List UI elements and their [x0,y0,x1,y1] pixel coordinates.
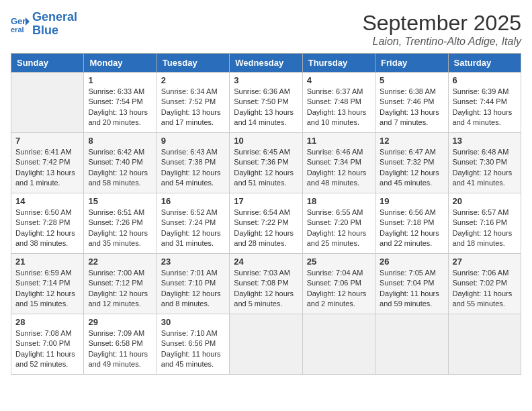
daylight-text: Daylight: 13 hours and 14 minutes. [234,108,294,126]
day-number: 17 [234,196,298,206]
sunset-text: Sunset: 7:24 PM [161,218,216,226]
calendar-table: SundayMondayTuesdayWednesdayThursdayFrid… [11,53,521,375]
day-info: Sunrise: 6:36 AMSunset: 7:50 PMDaylight:… [234,87,298,128]
sunrise-text: Sunrise: 6:56 AM [380,208,436,216]
header-wednesday: Wednesday [230,54,302,73]
sunset-text: Sunset: 7:42 PM [15,158,70,166]
sunset-text: Sunset: 7:36 PM [234,158,288,166]
sunset-text: Sunset: 7:22 PM [234,218,288,226]
daylight-text: Daylight: 12 hours and 58 minutes. [88,169,148,187]
sunset-text: Sunset: 7:52 PM [161,97,216,105]
calendar-cell: 16Sunrise: 6:52 AMSunset: 7:24 PMDayligh… [157,193,229,254]
day-number: 7 [15,136,79,146]
daylight-text: Daylight: 12 hours and 54 minutes. [161,169,221,187]
logo: Gen eral General Blue [11,11,77,38]
day-info: Sunrise: 7:05 AMSunset: 7:04 PMDaylight:… [380,268,443,310]
sunset-text: Sunset: 7:48 PM [307,97,361,105]
day-number: 14 [15,196,79,206]
daylight-text: Daylight: 12 hours and 22 minutes. [380,229,439,247]
day-number: 8 [88,136,152,146]
day-info: Sunrise: 6:57 AMSunset: 7:16 PMDaylight:… [453,208,517,249]
day-info: Sunrise: 6:42 AMSunset: 7:40 PMDaylight:… [88,147,152,189]
calendar-cell: 22Sunrise: 7:00 AMSunset: 7:12 PMDayligh… [84,254,157,314]
day-number: 27 [453,257,517,267]
sunrise-text: Sunrise: 6:37 AM [307,87,363,95]
daylight-text: Daylight: 11 hours and 49 minutes. [88,350,148,368]
day-info: Sunrise: 7:10 AMSunset: 6:56 PMDaylight:… [161,328,225,370]
calendar-cell: 1Sunrise: 6:33 AMSunset: 7:54 PMDaylight… [84,73,157,133]
daylight-text: Daylight: 13 hours and 7 minutes. [380,108,439,126]
daylight-text: Daylight: 13 hours and 20 minutes. [88,108,148,126]
sunset-text: Sunset: 7:10 PM [161,279,216,287]
sunset-text: Sunset: 7:18 PM [380,218,434,226]
sunrise-text: Sunrise: 7:08 AM [15,329,72,337]
logo-general: General [32,10,77,24]
day-number: 4 [307,75,371,85]
header-thursday: Thursday [302,54,375,73]
sunset-text: Sunset: 6:56 PM [161,339,216,347]
day-info: Sunrise: 6:45 AMSunset: 7:36 PMDaylight:… [234,147,298,189]
day-info: Sunrise: 6:46 AMSunset: 7:34 PMDaylight:… [307,147,371,189]
day-number: 11 [307,136,371,146]
logo-icon: Gen eral [11,15,30,34]
day-number: 16 [161,196,225,206]
day-info: Sunrise: 6:54 AMSunset: 7:22 PMDaylight:… [234,208,298,249]
calendar-week-1: 1Sunrise: 6:33 AMSunset: 7:54 PMDaylight… [11,73,521,133]
sunset-text: Sunset: 7:16 PM [453,218,507,226]
calendar-week-4: 21Sunrise: 6:59 AMSunset: 7:14 PMDayligh… [11,254,521,314]
daylight-text: Daylight: 13 hours and 4 minutes. [453,108,513,126]
sunrise-text: Sunrise: 7:01 AM [161,269,218,277]
day-info: Sunrise: 7:03 AMSunset: 7:08 PMDaylight:… [234,268,298,310]
sunrise-text: Sunrise: 7:05 AM [380,269,436,277]
calendar-cell: 25Sunrise: 7:04 AMSunset: 7:06 PMDayligh… [302,254,375,314]
day-number: 12 [380,136,443,146]
day-number: 10 [234,136,298,146]
daylight-text: Daylight: 13 hours and 17 minutes. [161,108,221,126]
calendar-cell: 26Sunrise: 7:05 AMSunset: 7:04 PMDayligh… [375,254,448,314]
sunrise-text: Sunrise: 7:06 AM [453,269,509,277]
sunrise-text: Sunrise: 6:54 AM [234,208,290,216]
sunrise-text: Sunrise: 6:48 AM [453,148,509,156]
day-info: Sunrise: 6:33 AMSunset: 7:54 PMDaylight:… [88,87,152,128]
sunset-text: Sunset: 7:34 PM [307,158,361,166]
sunrise-text: Sunrise: 6:52 AM [161,208,218,216]
logo-blue: Blue [32,24,58,37]
sunset-text: Sunset: 7:02 PM [453,279,507,287]
calendar-cell [302,314,375,375]
calendar-cell: 4Sunrise: 6:37 AMSunset: 7:48 PMDaylight… [302,73,375,133]
sunrise-text: Sunrise: 7:03 AM [234,269,290,277]
sunset-text: Sunset: 7:14 PM [15,279,70,287]
calendar-cell: 2Sunrise: 6:34 AMSunset: 7:52 PMDaylight… [157,73,229,133]
header-monday: Monday [84,54,157,73]
day-info: Sunrise: 6:59 AMSunset: 7:14 PMDaylight:… [15,268,79,310]
sunset-text: Sunset: 7:12 PM [88,279,142,287]
calendar-cell: 7Sunrise: 6:41 AMSunset: 7:42 PMDaylight… [11,133,84,193]
header-saturday: Saturday [448,54,521,73]
daylight-text: Daylight: 12 hours and 15 minutes. [15,289,75,308]
sunrise-text: Sunrise: 7:10 AM [161,329,218,337]
calendar-cell: 5Sunrise: 6:38 AMSunset: 7:46 PMDaylight… [375,73,448,133]
sunrise-text: Sunrise: 6:46 AM [307,148,363,156]
day-number: 15 [88,196,152,206]
day-info: Sunrise: 7:08 AMSunset: 7:00 PMDaylight:… [15,328,79,370]
calendar-cell: 21Sunrise: 6:59 AMSunset: 7:14 PMDayligh… [11,254,84,314]
calendar-cell: 14Sunrise: 6:50 AMSunset: 7:28 PMDayligh… [11,193,84,254]
sunset-text: Sunset: 7:06 PM [307,279,361,287]
svg-text:eral: eral [11,26,24,34]
daylight-text: Daylight: 11 hours and 52 minutes. [15,350,75,368]
day-number: 2 [161,75,225,85]
calendar-week-2: 7Sunrise: 6:41 AMSunset: 7:42 PMDaylight… [11,133,521,193]
sunrise-text: Sunrise: 6:34 AM [161,87,218,95]
day-info: Sunrise: 6:39 AMSunset: 7:44 PMDaylight:… [453,87,517,128]
sunrise-text: Sunrise: 6:55 AM [307,208,363,216]
day-number: 22 [88,257,152,267]
day-info: Sunrise: 7:09 AMSunset: 6:58 PMDaylight:… [88,328,152,370]
daylight-text: Daylight: 11 hours and 55 minutes. [453,289,513,308]
sunset-text: Sunset: 7:38 PM [161,158,216,166]
day-number: 9 [161,136,225,146]
calendar-week-5: 28Sunrise: 7:08 AMSunset: 7:00 PMDayligh… [11,314,521,375]
sunrise-text: Sunrise: 6:42 AM [88,148,144,156]
daylight-text: Daylight: 12 hours and 35 minutes. [88,229,148,247]
calendar-cell: 13Sunrise: 6:48 AMSunset: 7:30 PMDayligh… [448,133,521,193]
day-number: 20 [453,196,517,206]
